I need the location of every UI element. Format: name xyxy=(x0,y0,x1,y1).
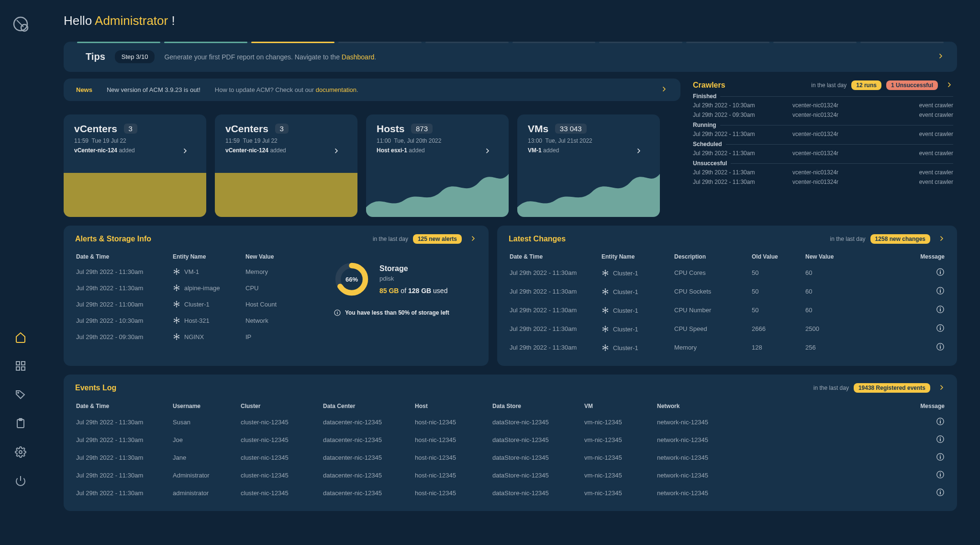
table-row: Jul 29th 2022 - 11:30amJanecluster-nic-1… xyxy=(76,449,945,466)
crawlers-panel: Crawlers in the last day 12 runs 1 Unsuc… xyxy=(689,79,957,217)
storage-subtitle: pdisk xyxy=(379,275,447,282)
alerts-table: Date & Time Entity Name New Value Jul 29… xyxy=(75,250,319,345)
stat-event: Host esxi-1 added xyxy=(377,147,498,154)
progress-step xyxy=(860,42,944,43)
table-row: Jul 29th 2022 - 11:30amCluster-1Memory12… xyxy=(510,339,945,356)
stat-card[interactable]: VMs 33 043 13:00 Tue, Jul 21st 2022 VM-1… xyxy=(517,114,660,217)
crawler-row: Jul 29th 2022 - 10:30amvcenter-nic01324r… xyxy=(693,101,953,110)
storage-title: Storage xyxy=(379,264,447,273)
progress-step xyxy=(425,42,509,43)
info-icon[interactable] xyxy=(936,453,945,461)
stat-event: vCenter-nic-124 added xyxy=(225,147,347,154)
crawler-row: Jul 29th 2022 - 09:30amvcenter-nic01324r… xyxy=(693,110,953,120)
news-sub: How to update ACM? Check out our documen… xyxy=(215,86,358,93)
events-badge: 19438 Registered events xyxy=(854,383,930,393)
table-row: Jul 29th 2022 - 11:30amAdministratorclus… xyxy=(76,467,945,484)
progress-step xyxy=(251,42,334,43)
th-vm: VM xyxy=(584,399,656,413)
progress-step xyxy=(773,42,857,43)
svg-rect-6 xyxy=(22,367,25,370)
stat-card[interactable]: Hosts 873 11:00 Tue, Jul 20th 2022 Host … xyxy=(366,114,509,217)
table-row: Jul 29th 2022 - 10:30amHost-321Network xyxy=(76,313,318,328)
progress-step xyxy=(686,42,769,43)
nav-tag-icon[interactable] xyxy=(14,388,27,401)
info-icon[interactable] xyxy=(936,417,945,426)
table-row: Jul 29th 2022 - 11:30amCluster-1CPU Core… xyxy=(510,264,945,282)
cluster-icon xyxy=(601,307,609,314)
info-icon[interactable] xyxy=(936,286,945,295)
th-datetime: Date & Time xyxy=(76,250,172,263)
info-icon[interactable] xyxy=(936,470,945,479)
storage-donut: 66% xyxy=(334,261,370,297)
stat-card[interactable]: vCenters 3 11:59 Tue 19 Jul 22 vCenter-n… xyxy=(215,114,357,217)
tips-next-icon[interactable] xyxy=(937,52,945,61)
table-row: Jul 29th 2022 - 11:30amJoecluster-nic-12… xyxy=(76,431,945,448)
table-row: Jul 29th 2022 - 11:30amCluster-1CPU Spee… xyxy=(510,320,945,338)
nav-power-icon[interactable] xyxy=(14,474,27,488)
storage-percent: 66% xyxy=(334,261,370,297)
storage-usage: 85 GB of 128 GB used xyxy=(379,287,447,295)
th-datetime: Date & Time xyxy=(510,250,601,263)
tips-dashboard-link[interactable]: Dashboard xyxy=(342,53,375,61)
svg-rect-3 xyxy=(16,362,20,365)
app-logo xyxy=(11,14,30,34)
nav-home-icon[interactable] xyxy=(14,330,27,344)
events-expand-icon[interactable] xyxy=(935,384,946,393)
nav-icons xyxy=(14,330,27,488)
th-ds: Data Store xyxy=(492,399,583,413)
stat-count: 873 xyxy=(411,124,433,134)
crawler-row: Jul 29th 2022 - 11:30amvcenter-nic01324r… xyxy=(693,177,953,187)
info-icon[interactable] xyxy=(936,435,945,443)
table-row: Jul 29th 2022 - 11:30amalpine-imageCPU xyxy=(76,280,318,295)
crawler-section-title: Finished xyxy=(693,93,953,100)
table-row: Jul 29th 2022 - 11:30amVM-1Memory xyxy=(76,264,318,279)
cluster-icon xyxy=(173,268,180,275)
page-greeting: Hello Administrator ! xyxy=(64,13,957,28)
info-icon[interactable] xyxy=(936,324,945,332)
news-doc-link[interactable]: documentation xyxy=(316,86,356,93)
info-icon[interactable] xyxy=(936,305,945,314)
greeting-name: Administrator xyxy=(95,13,168,28)
news-bar: News New version of ACM 3.9.23 is out! H… xyxy=(64,79,680,101)
crawler-row: Jul 29th 2022 - 11:30amvcenter-nic01324r… xyxy=(693,148,953,158)
table-row: Jul 29th 2022 - 11:30amCluster-1CPU Sock… xyxy=(510,283,945,300)
svg-rect-4 xyxy=(22,362,25,365)
stat-event: vCenter-nic-124 added xyxy=(74,147,196,154)
stat-title: Hosts xyxy=(377,123,404,135)
stat-title: vCenters xyxy=(74,123,117,135)
th-msg: Message xyxy=(744,399,945,413)
alerts-expand-icon[interactable] xyxy=(467,235,477,244)
news-next-icon[interactable] xyxy=(660,85,668,94)
stat-meta: 11:59 Tue 19 Jul 22 xyxy=(74,137,196,144)
th-host: Host xyxy=(415,399,491,413)
tips-message: Generate your first PDF report on change… xyxy=(164,53,376,61)
th-datetime: Date & Time xyxy=(76,399,172,413)
nav-settings-icon[interactable] xyxy=(14,445,27,459)
stat-card[interactable]: vCenters 3 11:59 Tue 19 Jul 22 vCenter-n… xyxy=(64,114,206,217)
svg-rect-5 xyxy=(16,367,20,370)
th-dc: Data Center xyxy=(323,399,414,413)
nav-clipboard-icon[interactable] xyxy=(14,417,27,430)
progress-step xyxy=(338,42,422,43)
th-entity: Entity Name xyxy=(173,250,245,263)
nav-dashboard-icon[interactable] xyxy=(14,359,27,373)
info-icon[interactable] xyxy=(936,268,945,276)
cluster-icon xyxy=(173,333,180,341)
crawler-section-title: Running xyxy=(693,122,953,128)
th-cluster: Cluster xyxy=(241,399,322,413)
info-icon[interactable] xyxy=(936,488,945,497)
info-icon[interactable] xyxy=(936,342,945,351)
crawlers-expand-icon[interactable] xyxy=(943,81,953,90)
th-msg: Message xyxy=(859,250,945,263)
stat-count: 3 xyxy=(275,124,289,134)
events-period: in the last day xyxy=(813,385,849,391)
th-new: New Value xyxy=(805,250,858,263)
cluster-icon xyxy=(173,284,180,292)
events-panel: Events Log in the last day 19438 Registe… xyxy=(64,375,957,511)
crawler-row: Jul 29th 2022 - 11:30amvcenter-nic01324r… xyxy=(693,129,953,139)
stat-count: 3 xyxy=(124,124,137,134)
cluster-icon xyxy=(601,325,609,333)
changes-expand-icon[interactable] xyxy=(935,235,946,244)
news-label: News xyxy=(76,86,92,93)
tips-step-badge: Step 3/10 xyxy=(115,50,155,63)
